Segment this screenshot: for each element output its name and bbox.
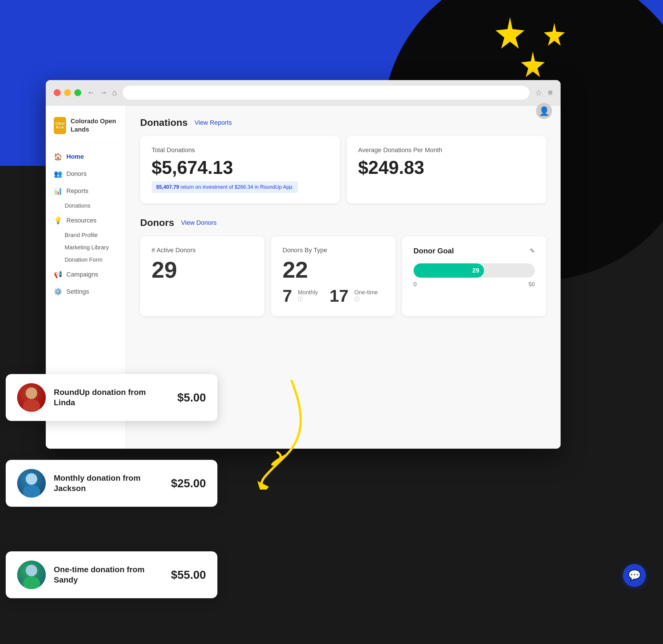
active-donors-card: # Active Donors 29 (140, 236, 264, 316)
sidebar-donors-label: Donors (66, 170, 87, 178)
sidebar-home-label: Home (66, 153, 84, 160)
svg-point-10 (23, 576, 40, 589)
monthly-info-icon: ⓘ (298, 296, 303, 302)
donors-icon: 👥 (54, 170, 62, 178)
svg-point-5 (26, 388, 37, 399)
roi-badge: $5,407.79 return on investment of $266.3… (152, 181, 298, 193)
notif-avatar-2 (17, 469, 46, 498)
svg-point-7 (23, 485, 40, 498)
goal-range: 0 50 (414, 281, 535, 288)
onetime-donors-label: One-time ⓘ (355, 289, 384, 303)
notif-text-3: One-time donation from Sandy (54, 565, 163, 585)
home-button[interactable]: ⌂ (112, 88, 117, 97)
sidebar-item-donors[interactable]: 👥 Donors (46, 165, 125, 182)
menu-button[interactable]: ≡ (548, 88, 553, 97)
sidebar-item-campaigns[interactable]: 📢 Campaigns (46, 266, 125, 283)
sidebar-donation-form-label: Donation Form (65, 256, 102, 263)
view-donors-link[interactable]: View Donors (181, 219, 216, 227)
bookmark-button[interactable]: ☆ (535, 88, 542, 97)
monthly-donors-value: 7 (282, 286, 292, 306)
donors-cards-row: # Active Donors 29 Donors By Type 22 7 M… (140, 236, 546, 316)
sidebar-resources-label: Resources (66, 217, 96, 224)
donors-by-type-card: Donors By Type 22 7 Monthly ⓘ 17 (271, 236, 395, 316)
active-donors-label: # Active Donors (152, 247, 253, 254)
active-donors-value: 29 (152, 258, 253, 281)
org-logo: COLO R-LA (54, 117, 66, 134)
sidebar-item-reports[interactable]: 📊 Reports (46, 182, 125, 200)
avg-donations-card: Average Donations Per Month $249.83 (347, 136, 546, 203)
browser-chrome: ← → ⌂ ☆ ≡ (46, 80, 561, 106)
sidebar-campaigns-label: Campaigns (66, 271, 98, 278)
sidebar-item-resources[interactable]: 💡 Resources (46, 212, 125, 229)
sidebar-item-home[interactable]: 🏠 Home (46, 148, 125, 165)
profile-icon[interactable]: 👤 (536, 103, 552, 119)
goal-header: Donor Goal ✎ (414, 247, 535, 255)
notif-text-2: Monthly donation from Jackson (54, 473, 163, 494)
notif-amount-3: $55.00 (171, 569, 206, 581)
traffic-lights (54, 89, 81, 96)
chat-icon: 💬 (628, 569, 641, 581)
sidebar-item-settings[interactable]: ⚙️ Settings (46, 283, 125, 300)
home-icon: 🏠 (54, 153, 62, 161)
goal-min: 0 (414, 281, 417, 288)
notification-card-2: Monthly donation from Jackson $25.00 (6, 460, 218, 507)
notif-amount-2: $25.00 (171, 477, 206, 490)
svg-point-8 (26, 473, 37, 485)
notif-avatar-1 (17, 383, 46, 412)
svg-marker-1 (544, 23, 565, 46)
notification-card-3: One-time donation from Sandy $55.00 (6, 551, 218, 598)
sidebar-reports-label: Reports (66, 187, 88, 195)
svg-point-4 (23, 399, 40, 412)
traffic-light-green[interactable] (74, 89, 81, 96)
address-bar[interactable] (123, 86, 529, 99)
sidebar-item-marketing-library[interactable]: Marketing Library (46, 242, 125, 254)
notif-text-1: RoundUp donation from Linda (54, 387, 169, 408)
traffic-light-red[interactable] (54, 89, 61, 96)
nav-buttons: ← → ⌂ (87, 88, 117, 97)
donations-title: Donations (140, 117, 188, 128)
sidebar-settings-label: Settings (66, 288, 89, 295)
org-name: Colorado Open Lands (71, 117, 118, 134)
donors-by-type-value: 22 (282, 258, 384, 281)
svg-marker-12 (257, 481, 269, 489)
settings-icon: ⚙️ (54, 288, 62, 296)
sidebar-item-donations[interactable]: Donations (46, 200, 125, 212)
donor-stat-row: 7 Monthly ⓘ 17 One-time ⓘ (282, 286, 384, 306)
view-reports-link[interactable]: View Reports (195, 119, 232, 127)
donors-by-type-label: Donors By Type (282, 247, 384, 254)
goal-current-value: 29 (472, 267, 479, 274)
goal-max: 50 (529, 281, 535, 288)
edit-icon[interactable]: ✎ (530, 247, 535, 255)
donations-cards-row: Total Donations $5,674.13 $5,407.79 retu… (140, 136, 546, 203)
donor-goal-card: Donor Goal ✎ 29 0 50 (402, 236, 547, 316)
total-donations-card: Total Donations $5,674.13 $5,407.79 retu… (140, 136, 340, 203)
roi-amount: $5,407.79 (156, 184, 179, 190)
monthly-donors-label: Monthly ⓘ (298, 289, 324, 303)
sidebar-donations-label: Donations (65, 203, 90, 209)
avg-donations-value: $249.83 (358, 158, 535, 177)
campaigns-icon: 📢 (54, 271, 62, 278)
back-button[interactable]: ← (87, 88, 95, 97)
chat-button[interactable]: 💬 (623, 564, 646, 587)
resources-icon: 💡 (54, 216, 62, 225)
goal-bar-fill: 29 (414, 263, 484, 278)
forward-button[interactable]: → (99, 88, 108, 97)
sidebar-item-brand-profile[interactable]: Brand Profile (46, 229, 125, 242)
avg-donations-label: Average Donations Per Month (358, 146, 535, 154)
total-donations-value: $5,674.13 (152, 158, 328, 177)
onetime-info-icon: ⓘ (355, 296, 360, 302)
donor-goal-title: Donor Goal (414, 247, 454, 255)
traffic-light-yellow[interactable] (64, 89, 71, 96)
roi-text: return on investment of $266.34 in Round… (181, 184, 294, 190)
svg-point-11 (26, 565, 37, 576)
star-icon-1 (494, 17, 526, 49)
donors-title: Donors (140, 217, 174, 228)
notification-card-1: RoundUp donation from Linda $5.00 (6, 374, 218, 421)
notif-amount-1: $5.00 (177, 391, 206, 404)
sidebar-brand-label: Brand Profile (65, 232, 98, 238)
star-icon-3 (520, 51, 546, 77)
sidebar-item-donation-form[interactable]: Donation Form (46, 254, 125, 266)
donors-section-header: Donors View Donors (140, 217, 546, 228)
reports-icon: 📊 (54, 187, 62, 195)
total-donations-label: Total Donations (152, 146, 328, 154)
